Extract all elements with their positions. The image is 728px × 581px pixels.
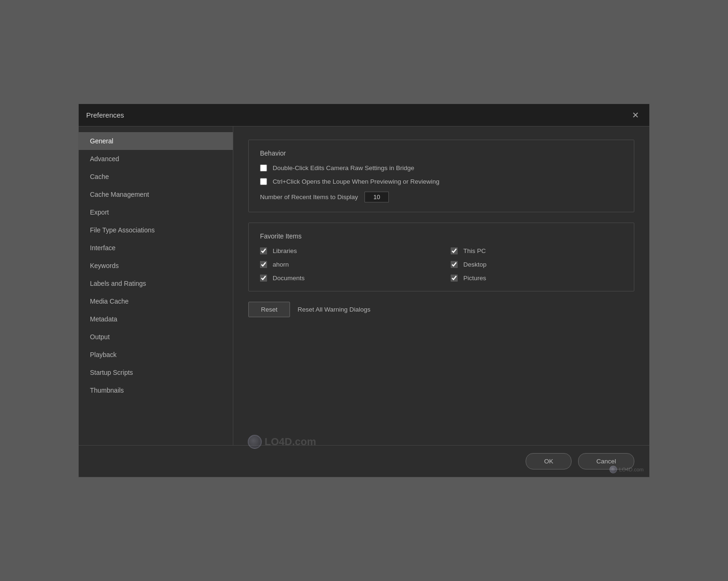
- dialog-body: General Advanced Cache Cache Management …: [79, 127, 649, 445]
- fav-item-this-pc: This PC: [451, 247, 623, 254]
- ctrl-click-loupe-checkbox[interactable]: [260, 178, 267, 185]
- sidebar-item-thumbnails[interactable]: Thumbnails: [79, 381, 233, 399]
- fav-checkbox-pictures[interactable]: [451, 275, 458, 282]
- fav-label-pictures: Pictures: [463, 275, 486, 282]
- sidebar-item-cache-management[interactable]: Cache Management: [79, 186, 233, 203]
- sidebar-item-playback[interactable]: Playback: [79, 346, 233, 364]
- fav-label-documents: Documents: [273, 275, 305, 282]
- behavior-section-title: Behavior: [260, 149, 623, 157]
- sidebar-item-output[interactable]: Output: [79, 328, 233, 346]
- sidebar-item-labels-and-ratings[interactable]: Labels and Ratings: [79, 275, 233, 292]
- behavior-section: Behavior Double-Click Edits Camera Raw S…: [248, 140, 634, 212]
- sidebar-item-startup-scripts[interactable]: Startup Scripts: [79, 364, 233, 381]
- dialog-title: Preferences: [86, 111, 124, 119]
- title-bar: Preferences ✕: [79, 104, 649, 127]
- bottom-actions: Reset Reset All Warning Dialogs: [248, 302, 634, 317]
- sidebar: General Advanced Cache Cache Management …: [79, 127, 233, 445]
- favorite-items-grid: Libraries This PC ahorn Desktop: [260, 247, 623, 282]
- fav-checkbox-ahorn[interactable]: [260, 261, 267, 268]
- double-click-raw-label: Double-Click Edits Camera Raw Settings i…: [273, 164, 414, 171]
- ctrl-click-loupe-label: Ctrl+Click Opens the Loupe When Previewi…: [273, 178, 439, 185]
- fav-item-documents: Documents: [260, 275, 432, 282]
- close-button[interactable]: ✕: [629, 109, 642, 122]
- recent-items-input[interactable]: [364, 192, 389, 202]
- sidebar-item-cache[interactable]: Cache: [79, 168, 233, 186]
- reset-button[interactable]: Reset: [248, 302, 290, 317]
- sidebar-item-advanced[interactable]: Advanced: [79, 150, 233, 168]
- fav-item-ahorn: ahorn: [260, 261, 432, 268]
- sidebar-item-keywords[interactable]: Keywords: [79, 257, 233, 275]
- fav-item-pictures: Pictures: [451, 275, 623, 282]
- fav-label-ahorn: ahorn: [273, 261, 289, 268]
- favorite-items-section: Favorite Items Libraries This PC ahorn: [248, 223, 634, 291]
- sidebar-item-interface[interactable]: Interface: [79, 239, 233, 257]
- reset-all-warning-button[interactable]: Reset All Warning Dialogs: [297, 306, 371, 313]
- main-content: Behavior Double-Click Edits Camera Raw S…: [233, 127, 649, 445]
- sidebar-item-file-type-associations[interactable]: File Type Associations: [79, 221, 233, 239]
- fav-item-desktop: Desktop: [451, 261, 623, 268]
- fav-label-libraries: Libraries: [273, 247, 297, 254]
- double-click-raw-checkbox[interactable]: [260, 164, 267, 171]
- recent-items-label: Number of Recent Items to Display: [260, 194, 358, 201]
- preferences-dialog: Preferences ✕ General Advanced Cache Cac…: [78, 104, 650, 477]
- ok-button[interactable]: OK: [526, 453, 572, 469]
- sidebar-item-export[interactable]: Export: [79, 203, 233, 221]
- sidebar-item-general[interactable]: General: [79, 132, 233, 150]
- fav-label-desktop: Desktop: [463, 261, 487, 268]
- cancel-button[interactable]: Cancel: [578, 453, 634, 469]
- recent-items-row: Number of Recent Items to Display: [260, 192, 623, 202]
- fav-checkbox-desktop[interactable]: [451, 261, 458, 268]
- fav-checkbox-documents[interactable]: [260, 275, 267, 282]
- fav-item-libraries: Libraries: [260, 247, 432, 254]
- fav-label-this-pc: This PC: [463, 247, 486, 254]
- fav-checkbox-libraries[interactable]: [260, 247, 267, 254]
- sidebar-item-media-cache[interactable]: Media Cache: [79, 292, 233, 310]
- fav-checkbox-this-pc[interactable]: [451, 247, 458, 254]
- double-click-raw-row: Double-Click Edits Camera Raw Settings i…: [260, 164, 623, 171]
- favorite-items-title: Favorite Items: [260, 232, 623, 240]
- sidebar-item-metadata[interactable]: Metadata: [79, 310, 233, 328]
- dialog-footer: OK Cancel: [79, 445, 649, 477]
- ctrl-click-loupe-row: Ctrl+Click Opens the Loupe When Previewi…: [260, 178, 623, 185]
